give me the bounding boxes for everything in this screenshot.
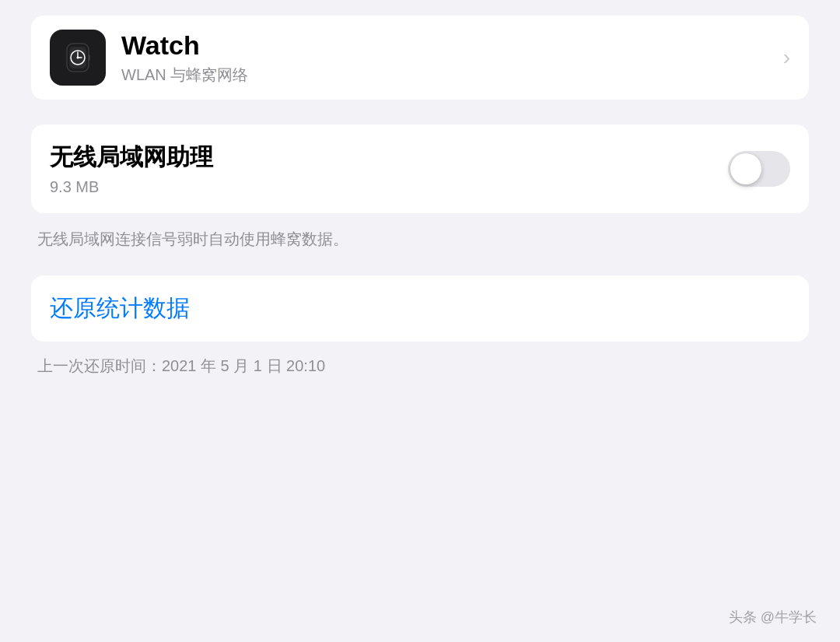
- reset-card[interactable]: 还原统计数据: [31, 275, 809, 342]
- toggle-knob: [730, 153, 761, 184]
- wlan-assist-title: 无线局域网助理: [50, 142, 213, 174]
- watch-app-icon: [50, 30, 106, 86]
- watch-app-row[interactable]: Watch WLAN 与蜂窝网络 ›: [31, 16, 809, 100]
- wlan-assist-size: 9.3 MB: [50, 178, 213, 196]
- page-container: Watch WLAN 与蜂窝网络 › 无线局域网助理 9.3 MB 无线局域网连…: [0, 0, 840, 642]
- watch-app-name: Watch: [121, 30, 248, 61]
- watch-info: Watch WLAN 与蜂窝网络: [121, 30, 248, 86]
- chevron-right-icon: ›: [783, 45, 790, 70]
- wlan-assist-description: 无线局域网连接信号弱时自动使用蜂窝数据。: [31, 227, 809, 251]
- wlan-assist-card: 无线局域网助理 9.3 MB: [31, 125, 809, 213]
- last-reset-text: 上一次还原时间：2021 年 5 月 1 日 20:10: [31, 356, 809, 377]
- wlan-assist-row: 无线局域网助理 9.3 MB: [50, 142, 790, 196]
- watermark: 头条 @牛学长: [729, 608, 817, 626]
- wlan-assist-toggle[interactable]: [728, 151, 790, 187]
- svg-rect-6: [88, 54, 90, 61]
- watch-left: Watch WLAN 与蜂窝网络: [50, 30, 248, 86]
- wlan-assist-text: 无线局域网助理 9.3 MB: [50, 142, 213, 196]
- reset-statistics-link[interactable]: 还原统计数据: [50, 295, 190, 321]
- watch-app-subtitle: WLAN 与蜂窝网络: [121, 65, 248, 86]
